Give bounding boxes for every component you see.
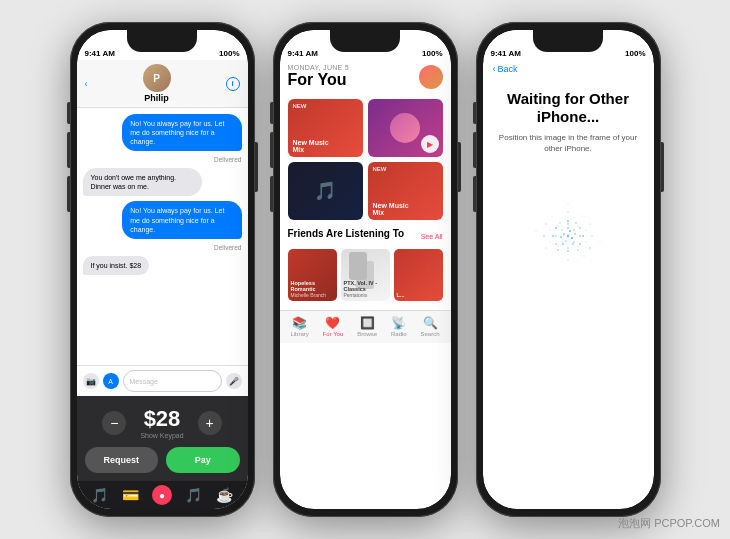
friend-track-3: L...: [397, 292, 405, 298]
svg-point-60: [562, 218, 563, 219]
svg-point-26: [545, 248, 546, 249]
svg-point-4: [569, 230, 571, 232]
svg-point-66: [568, 196, 569, 197]
svg-point-20: [557, 250, 558, 251]
music-card-4[interactable]: NEW New Music Mix: [368, 162, 443, 220]
svg-point-14: [555, 244, 557, 246]
search-icon: 🔍: [423, 316, 438, 330]
svg-point-68: [538, 210, 539, 211]
svg-point-31: [584, 216, 585, 217]
mic-icon[interactable]: 🎤: [226, 373, 242, 389]
nav-search[interactable]: 🔍 Search: [421, 316, 440, 337]
svg-point-58: [550, 242, 551, 243]
messages-screen: 9:41 AM 100% ‹ P Philip i No! You always…: [77, 30, 248, 509]
friend-artist-2: Pentatonix: [344, 292, 390, 298]
svg-point-45: [573, 230, 574, 231]
svg-point-32: [552, 256, 553, 257]
dock-icon-2[interactable]: 💳: [122, 487, 139, 503]
svg-point-47: [573, 242, 574, 243]
music-screen: 9:41 AM 100% MONDAY, JUNE 5 For You: [280, 30, 451, 509]
back-button[interactable]: ‹ Back: [493, 64, 644, 74]
search-label: Search: [421, 331, 440, 337]
camera-icon[interactable]: 📷: [83, 373, 99, 389]
nav-browse[interactable]: 🔲 Browse: [357, 316, 377, 337]
play-button[interactable]: ▶: [421, 135, 439, 153]
browse-icon: 🔲: [360, 316, 375, 330]
decrease-button[interactable]: −: [102, 411, 126, 435]
svg-point-7: [567, 227, 569, 229]
friend-card-1[interactable]: Hopeless Romantic Michelle Branch: [288, 249, 337, 301]
card-title-4: New Music Mix: [373, 202, 409, 216]
time-1: 9:41 AM: [85, 49, 115, 58]
pay-button[interactable]: Pay: [166, 447, 240, 473]
setup-header: ‹ Back: [483, 60, 654, 80]
nav-radio[interactable]: 📡 Radio: [391, 316, 407, 337]
see-all-button[interactable]: See All: [421, 233, 443, 240]
message-input[interactable]: Message: [123, 370, 222, 392]
svg-point-43: [592, 260, 593, 261]
request-button[interactable]: Request: [85, 447, 159, 473]
for-you-icon: ❤️: [325, 316, 340, 330]
music-section-title: For You: [288, 71, 350, 89]
card-title-1: New Music Mix: [293, 139, 329, 153]
info-button[interactable]: i: [226, 77, 240, 91]
svg-point-54: [558, 246, 559, 247]
svg-point-9: [572, 244, 574, 246]
dock-icon-1[interactable]: 🎵: [91, 487, 108, 503]
dock-icon-4[interactable]: 🎵: [185, 487, 202, 503]
increase-button[interactable]: +: [198, 411, 222, 435]
svg-point-48: [567, 224, 569, 226]
message-input-area[interactable]: 📷 A Message 🎤: [77, 365, 248, 396]
app-dock: 🎵 💳 ● 🎵 ☕: [77, 481, 248, 509]
svg-point-24: [543, 236, 545, 238]
message-bubble-out-2: No! You always pay for us. Let me do som…: [122, 201, 241, 238]
music-user-avatar: [419, 65, 443, 89]
friend-card-2[interactable]: PTX, Vol. IV - Classics Pentatonix: [341, 249, 390, 301]
setup-content: Waiting for Other iPhone... Position thi…: [483, 80, 654, 509]
svg-point-22: [545, 224, 546, 225]
music-card-2[interactable]: ▶: [368, 99, 443, 157]
svg-point-13: [582, 235, 584, 237]
battery-2: 100%: [422, 49, 442, 58]
svg-point-59: [586, 242, 587, 243]
apps-icon[interactable]: A: [103, 373, 119, 389]
svg-point-56: [550, 230, 551, 231]
svg-point-11: [579, 228, 581, 230]
svg-point-49: [567, 248, 568, 249]
card-label-1: NEW: [293, 103, 307, 109]
svg-point-5: [560, 236, 562, 238]
back-chevron[interactable]: ‹: [85, 79, 88, 89]
music-card-3[interactable]: 🎵: [288, 162, 363, 220]
library-icon: 📚: [292, 316, 307, 330]
dock-icon-3[interactable]: ●: [152, 485, 172, 505]
svg-point-30: [551, 216, 552, 217]
svg-point-39: [568, 268, 569, 269]
svg-point-0: [567, 235, 569, 237]
svg-point-64: [528, 236, 529, 237]
notch-2: [330, 30, 400, 52]
battery-1: 100%: [219, 49, 239, 58]
nav-for-you[interactable]: ❤️ For You: [323, 316, 344, 337]
svg-point-17: [567, 251, 569, 253]
show-keypad[interactable]: Show Keypad: [140, 432, 183, 439]
music-header: MONDAY, JUNE 5 For You: [280, 60, 451, 95]
battery-3: 100%: [625, 49, 645, 58]
svg-point-61: [574, 218, 575, 219]
message-bubble-in-2: If you insist. $28: [83, 256, 150, 275]
svg-point-16: [567, 220, 569, 222]
svg-point-42: [544, 260, 545, 261]
music-card-1[interactable]: NEW New Music Mix: [288, 99, 363, 157]
friends-title: Friends Are Listening To: [288, 228, 405, 239]
dock-icon-5[interactable]: ☕: [216, 487, 233, 503]
svg-point-21: [577, 250, 579, 252]
input-placeholder: Message: [130, 378, 158, 385]
watermark: 泡泡网 PCPOP.COM: [618, 516, 720, 531]
friend-track-2: PTX, Vol. IV - Classics: [344, 280, 390, 292]
svg-point-46: [561, 242, 562, 243]
new-music-section: NEW New Music Mix ▶ 🎵: [280, 95, 451, 224]
library-label: Library: [290, 331, 308, 337]
svg-point-3: [565, 241, 567, 243]
friend-card-3[interactable]: L...: [394, 249, 443, 301]
nav-library[interactable]: 📚 Library: [290, 316, 308, 337]
particle-svg: [498, 166, 638, 306]
